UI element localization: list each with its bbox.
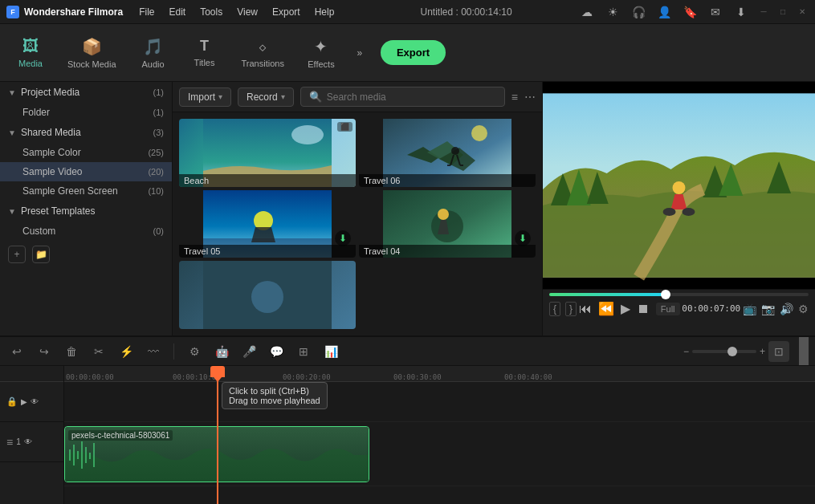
svg-point-10 — [438, 209, 449, 220]
zoom-controls: − + ⊡ — [683, 341, 789, 362]
sample-video-item[interactable]: Sample Video (20) — [0, 162, 172, 181]
media-item-travel06[interactable]: Travel 06 — [359, 119, 536, 187]
toolbar-effects[interactable]: ✦ Effects — [297, 32, 345, 74]
search-input[interactable] — [327, 91, 496, 103]
svg-point-12 — [251, 281, 283, 313]
delete-button[interactable]: 🗑 — [61, 341, 82, 362]
fit-button[interactable]: ⊡ — [768, 341, 789, 362]
toolbar-audio[interactable]: 🎵 Audio — [129, 32, 177, 74]
left-panel: ▼ Project Media (1) Folder (1) ▼ Shared … — [0, 82, 173, 335]
headphone-icon[interactable]: 🎧 — [629, 2, 648, 22]
stop-button[interactable]: ⏹ — [637, 302, 650, 316]
media-icon: 🖼 — [22, 37, 39, 55]
stock-media-icon: 📦 — [82, 37, 102, 56]
menu-edit[interactable]: Edit — [162, 5, 192, 19]
ai-button[interactable]: 🤖 — [211, 341, 232, 362]
toolbar-transitions[interactable]: ⬦ Transitions — [232, 32, 294, 73]
titles-icon: T — [200, 38, 209, 55]
import-button[interactable]: Import ▾ — [179, 87, 231, 107]
beach-label: Beach — [179, 174, 356, 187]
download-icon-travel04[interactable]: ⬇ — [515, 230, 531, 246]
section-preset-header[interactable]: ▼ Preset Templates — [0, 201, 172, 222]
media-item-travel04[interactable]: ⬇ Travel 04 — [359, 190, 536, 258]
user-icon[interactable]: 👤 — [654, 2, 674, 22]
folder-item[interactable]: Folder (1) — [0, 103, 172, 122]
sun-icon[interactable]: ☀ — [603, 2, 622, 22]
playhead-line[interactable]: Click to split (Ctrl+B) Drag to move pla… — [217, 366, 218, 504]
volume-icon[interactable]: 🔊 — [780, 303, 793, 315]
toolbar-more-button[interactable]: » — [348, 42, 371, 64]
media-item-travel05[interactable]: ⬇ Travel 05 — [179, 190, 356, 258]
audio-label: Audio — [141, 59, 164, 69]
grid-icon[interactable]: ⋯ — [524, 91, 536, 104]
folder-view-button[interactable]: 📁 — [32, 246, 50, 263]
menu-tools[interactable]: Tools — [194, 5, 229, 19]
stock-media-label: Stock Media — [67, 59, 116, 69]
track-eye-icon-1[interactable]: 👁 — [31, 397, 39, 406]
undo-button[interactable]: ↩ — [6, 341, 27, 362]
custom-item[interactable]: Custom (0) — [0, 222, 172, 241]
menu-view[interactable]: View — [230, 5, 264, 19]
travel04-label: Travel 04 — [359, 245, 536, 258]
voiceover-button[interactable]: 🎤 — [238, 341, 259, 362]
cloud-icon[interactable]: ☁ — [577, 2, 597, 22]
in-point-label: { — [549, 302, 560, 316]
maximize-button[interactable]: □ — [776, 6, 789, 18]
ruler-tick-0: 00:00:00:00 — [66, 373, 114, 381]
close-button[interactable]: ✕ — [796, 6, 809, 18]
download-icon[interactable]: ⬇ — [731, 2, 751, 22]
menu-export[interactable]: Export — [266, 5, 307, 19]
download-icon-travel05[interactable]: ⬇ — [335, 230, 351, 246]
camera-icon[interactable]: 📷 — [761, 303, 775, 315]
sample-color-label: Sample Color — [22, 147, 148, 158]
toolbar-titles[interactable]: T Titles — [181, 33, 229, 72]
redo-button[interactable]: ↪ — [34, 341, 55, 362]
adjust-button[interactable]: ⚡ — [116, 341, 137, 362]
track-label-2: ≡ 1 👁 — [0, 422, 63, 462]
preview-timeline[interactable] — [549, 293, 809, 296]
ruler-tick-4: 00:00:40:00 — [504, 373, 552, 381]
record-button[interactable]: Record ▾ — [238, 87, 294, 107]
sample-color-item[interactable]: Sample Color (25) — [0, 143, 172, 162]
media-item-partial[interactable] — [179, 261, 356, 329]
add-folder-button[interactable]: + — [8, 246, 26, 263]
audio-wave-button[interactable]: 〰 — [143, 341, 164, 362]
timeline-ruler[interactable]: 00:00:00:00 00:00:10:00 00:00:20:00 00:0… — [64, 366, 815, 382]
section-project-media: ▼ Project Media (1) Folder (1) — [0, 82, 172, 122]
preview-panel: { } ⏮ ⏪ ▶ ⏹ Full 00:00:07:00 📺 📷 🔊 ⚙ — [542, 82, 815, 335]
toolbar-media[interactable]: 🖼 Media — [6, 32, 55, 73]
play-button[interactable]: ▶ — [621, 301, 630, 316]
effects-label: Effects — [308, 59, 334, 69]
zoom-out-icon[interactable]: − — [683, 346, 689, 357]
svg-point-16 — [682, 208, 695, 216]
fullscreen-selector[interactable]: Full — [656, 303, 680, 315]
frame-back-button[interactable]: ⏪ — [598, 301, 614, 316]
scene-detect-button[interactable]: ⚙ — [184, 341, 205, 362]
minimize-button[interactable]: ─ — [757, 6, 770, 18]
media-item-beach[interactable]: ⬛ Beach — [179, 119, 356, 187]
zoom-in-icon[interactable]: + — [760, 346, 765, 357]
menu-help[interactable]: Help — [308, 5, 341, 19]
export-button[interactable]: Export — [381, 40, 446, 65]
step-back-button[interactable]: ⏮ — [579, 302, 592, 316]
wave-button[interactable]: 📊 — [320, 341, 341, 362]
subtitle-button[interactable]: 💬 — [266, 341, 287, 362]
menu-file[interactable]: File — [132, 5, 161, 19]
pip-button[interactable]: ⊞ — [293, 341, 314, 362]
track-eye-icon-2[interactable]: 👁 — [24, 437, 32, 446]
out-point-label: } — [565, 302, 577, 316]
cut-button[interactable]: ✂ — [88, 341, 109, 362]
section-shared-media-header[interactable]: ▼ Shared Media (3) — [0, 122, 172, 143]
bookmark-icon[interactable]: 🔖 — [680, 2, 699, 22]
zoom-bar[interactable] — [692, 350, 756, 353]
lock-icon[interactable]: 🔒 — [6, 396, 18, 407]
section-project-media-header[interactable]: ▼ Project Media (1) — [0, 82, 172, 103]
toolbar-stock-media[interactable]: 📦 Stock Media — [58, 32, 126, 74]
transitions-icon: ⬦ — [258, 37, 267, 55]
settings-icon[interactable]: ⚙ — [798, 303, 809, 315]
mail-icon[interactable]: ✉ — [706, 2, 725, 22]
sample-green-item[interactable]: Sample Green Screen (10) — [0, 181, 172, 201]
filter-icon[interactable]: ≡ — [511, 91, 518, 104]
toolbar-separator-1 — [173, 343, 174, 360]
monitor-icon[interactable]: 📺 — [743, 303, 756, 315]
